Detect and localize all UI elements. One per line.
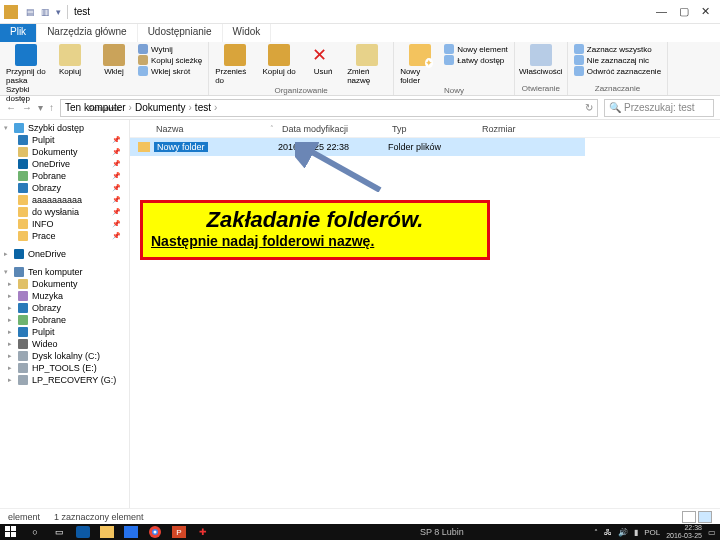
crumb-root[interactable]: Ten komputer <box>65 102 126 113</box>
edge-icon[interactable] <box>76 526 90 538</box>
tray-battery-icon[interactable]: ▮ <box>634 528 638 537</box>
qat-properties-icon[interactable]: ▤ <box>26 7 35 17</box>
cut-button[interactable]: Wytnij <box>138 44 202 54</box>
sidebar-item[interactable]: ▸Dokumenty <box>0 278 129 290</box>
qat-newfolder-icon[interactable]: ▥ <box>41 7 50 17</box>
breadcrumb[interactable]: Ten komputer › Dokumenty › test › ↻ <box>60 99 598 117</box>
select-all-button[interactable]: Zaznacz wszystko <box>574 44 661 54</box>
tab-home[interactable]: Narzędzia główne <box>37 24 138 42</box>
move-to-button[interactable]: Przenieś do <box>215 44 255 85</box>
pin-label: Przypnij do paska Szybki dostęp <box>6 67 46 103</box>
minimize-button[interactable]: — <box>656 5 667 18</box>
address-bar-row: ← → ▾ ↑ Ten komputer › Dokumenty › test … <box>0 96 720 120</box>
view-details-icon[interactable] <box>682 511 696 523</box>
sidebar-onedrive[interactable]: ▸OneDrive <box>0 248 129 260</box>
sidebar-item[interactable]: Dokumenty📌 <box>0 146 129 158</box>
explorer-icon[interactable] <box>100 526 114 538</box>
sidebar-item[interactable]: OneDrive📌 <box>0 158 129 170</box>
select-group-label: Zaznaczanie <box>574 83 661 93</box>
maximize-button[interactable]: ▢ <box>679 5 689 18</box>
sidebar-item[interactable]: INFO📌 <box>0 218 129 230</box>
tab-share[interactable]: Udostępnianie <box>138 24 223 42</box>
close-button[interactable]: ✕ <box>701 5 710 18</box>
copy-label: Kopiuj <box>59 67 81 76</box>
sidebar-item[interactable]: ▸Muzyka <box>0 290 129 302</box>
tray-chevron-icon[interactable]: ˄ <box>594 528 598 537</box>
sidebar-item[interactable]: Pobrane📌 <box>0 170 129 182</box>
open-group-label: Otwieranie <box>521 83 561 93</box>
rename-button[interactable]: Zmień nazwę <box>347 44 387 85</box>
title-bar: ▤ ▥ ▾ test — ▢ ✕ <box>0 0 720 24</box>
tab-view[interactable]: Widok <box>223 24 272 42</box>
status-bar: element 1 zaznaczony element <box>0 508 720 524</box>
forward-button[interactable]: → <box>22 102 32 113</box>
sidebar-item[interactable]: Pulpit📌 <box>0 134 129 146</box>
sidebar-item[interactable]: ▸Obrazy <box>0 302 129 314</box>
paste-shortcut-button[interactable]: Wklej skrót <box>138 66 202 76</box>
search-icon[interactable]: ○ <box>28 526 42 538</box>
up-button[interactable]: ↑ <box>49 102 54 113</box>
copy-to-button[interactable]: Kopiuj do <box>259 44 299 76</box>
sidebar-quickaccess[interactable]: ▾Szybki dostęp <box>0 122 129 134</box>
paste-button[interactable]: Wklej <box>94 44 134 76</box>
sidebar-item[interactable]: do wysłania📌 <box>0 206 129 218</box>
sidebar-item[interactable]: aaaaaaaaaa📌 <box>0 194 129 206</box>
delete-button[interactable]: ✕Usuń <box>303 44 343 76</box>
app-icon[interactable]: ✚ <box>196 526 210 538</box>
new-folder-button[interactable]: ✦Nowy folder <box>400 44 440 85</box>
file-list[interactable]: Nazwa˄ Data modyfikacji Typ Rozmiar Nowy… <box>130 120 720 524</box>
view-large-icon[interactable] <box>698 511 712 523</box>
sidebar-item[interactable]: ▸Dysk lokalny (C:) <box>0 350 129 362</box>
quick-access-toolbar: ▤ ▥ ▾ <box>26 7 61 17</box>
sidebar-item[interactable]: Obrazy📌 <box>0 182 129 194</box>
crumb-current[interactable]: test <box>195 102 211 113</box>
table-row[interactable]: Nowy folder 2016-03-25 22:38 Folder plik… <box>130 138 585 156</box>
sidebar-item[interactable]: ▸HP_TOOLS (E:) <box>0 362 129 374</box>
svg-rect-1 <box>5 526 10 531</box>
store-icon[interactable] <box>124 526 138 538</box>
tray-clock[interactable]: 22:38 2016-03-25 <box>666 524 702 540</box>
nav-pane[interactable]: ▾Szybki dostęp Pulpit📌Dokumenty📌OneDrive… <box>0 120 130 524</box>
new-group-label: Nowy <box>400 85 508 95</box>
copy-path-button[interactable]: Kopiuj ścieżkę <box>138 55 202 65</box>
sidebar-thispc[interactable]: ▾Ten komputer <box>0 266 129 278</box>
column-headers[interactable]: Nazwa˄ Data modyfikacji Typ Rozmiar <box>130 120 720 138</box>
new-item-button[interactable]: Nowy element <box>444 44 508 54</box>
properties-button[interactable]: Właściwości <box>521 44 561 76</box>
search-input[interactable]: 🔍 Przeszukaj: test <box>604 99 714 117</box>
sidebar-item[interactable]: ▸Pobrane <box>0 314 129 326</box>
qat-dropdown-icon[interactable]: ▾ <box>56 7 61 17</box>
select-none-button[interactable]: Nie zaznaczaj nic <box>574 55 661 65</box>
refresh-button[interactable]: ↻ <box>585 102 593 113</box>
sidebar-item[interactable]: ▸Pulpit <box>0 326 129 338</box>
invert-selection-button[interactable]: Odwróć zaznaczenie <box>574 66 661 76</box>
svg-rect-3 <box>5 532 10 537</box>
pin-button[interactable]: Przypnij do paska Szybki dostęp <box>6 44 46 103</box>
search-icon: 🔍 <box>609 102 621 113</box>
taskview-icon[interactable]: ▭ <box>52 526 66 538</box>
powerpoint-icon[interactable]: P <box>172 526 186 538</box>
svg-point-7 <box>154 531 157 534</box>
tray-network-icon[interactable]: 🖧 <box>604 528 612 537</box>
taskbar[interactable]: ○ ▭ P ✚ SP 8 Lubin ˄ 🖧 🔊 ▮ POL 22:38 201… <box>0 524 720 540</box>
svg-rect-2 <box>11 526 16 531</box>
system-tray[interactable]: ˄ 🖧 🔊 ▮ POL 22:38 2016-03-25 ▭ <box>594 524 716 540</box>
crumb-docs[interactable]: Dokumenty <box>135 102 186 113</box>
svg-rect-4 <box>11 532 16 537</box>
tray-sound-icon[interactable]: 🔊 <box>618 528 628 537</box>
copy-button[interactable]: Kopiuj <box>50 44 90 76</box>
start-button[interactable] <box>4 526 18 538</box>
rename-input[interactable]: Nowy folder <box>154 142 208 152</box>
sort-indicator-icon: ˄ <box>270 125 274 133</box>
tray-lang[interactable]: POL <box>644 528 660 537</box>
sidebar-item[interactable]: ▸LP_RECOVERY (G:) <box>0 374 129 386</box>
sidebar-item[interactable]: Prace📌 <box>0 230 129 242</box>
sidebar-item[interactable]: ▸Wideo <box>0 338 129 350</box>
easy-access-button[interactable]: Łatwy dostęp <box>444 55 508 65</box>
chrome-icon[interactable] <box>148 526 162 538</box>
history-dropdown[interactable]: ▾ <box>38 102 43 113</box>
window-title: test <box>74 6 90 17</box>
tab-file[interactable]: Plik <box>0 24 37 42</box>
action-center-icon[interactable]: ▭ <box>708 528 716 537</box>
back-button[interactable]: ← <box>6 102 16 113</box>
